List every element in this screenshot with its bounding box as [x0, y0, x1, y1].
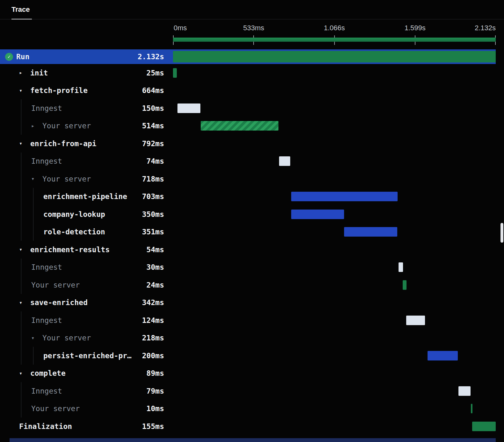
span-name: company-lookup — [43, 210, 105, 218]
span-name: init — [30, 69, 48, 77]
span-duration: 703ms — [142, 192, 164, 201]
span-bar[interactable] — [291, 192, 398, 201]
trace-row[interactable]: ▾ complete 89ms — [0, 365, 496, 382]
caret-icon[interactable]: ▾ — [19, 300, 30, 305]
trace-row[interactable]: Your server 24ms — [0, 276, 496, 294]
span-label-cell: ▾ enrichment-results 54ms — [0, 241, 173, 259]
tree-guide-line — [21, 223, 21, 241]
span-label-cell: Inngest 30ms — [0, 259, 173, 276]
trace-row[interactable]: ▾ enrichment-results 54ms — [0, 241, 496, 259]
span-bar[interactable] — [177, 103, 200, 113]
trace-row[interactable]: ▾ Your server 718ms — [0, 170, 496, 188]
span-name: Your server — [42, 175, 91, 183]
trace-row[interactable]: ▾ Your server 218ms — [0, 329, 496, 347]
caret-icon[interactable]: ▾ — [31, 335, 42, 341]
span-name: persist-enriched-pr… — [43, 352, 132, 360]
span-bar[interactable] — [201, 121, 278, 131]
trace-row[interactable]: Inngest 124ms — [0, 311, 496, 329]
span-bar[interactable] — [399, 262, 403, 272]
caret-icon[interactable]: ▸ — [19, 70, 30, 75]
span-duration: 792ms — [142, 139, 164, 148]
span-duration: 25ms — [147, 69, 164, 77]
trace-row[interactable]: Inngest 150ms — [0, 99, 496, 117]
span-label-cell: Inngest 150ms — [0, 99, 173, 117]
span-bar[interactable] — [403, 280, 406, 290]
trace-row[interactable]: Inngest 74ms — [0, 153, 496, 170]
span-duration: 74ms — [147, 157, 164, 165]
timeline-minimap-bar[interactable] — [173, 38, 496, 42]
span-bar[interactable] — [471, 404, 472, 413]
tick-label-1: 533ms — [243, 24, 264, 32]
span-duration: 351ms — [142, 228, 164, 236]
span-bar[interactable] — [173, 51, 496, 62]
span-label-cell: Inngest 74ms — [0, 153, 173, 170]
timeline-ruler[interactable] — [173, 35, 496, 46]
tree-guide-line — [33, 347, 33, 365]
span-name: Finalization — [19, 422, 72, 431]
tree-guide-line — [33, 223, 33, 241]
span-bar[interactable] — [406, 316, 425, 325]
caret-icon[interactable]: ▾ — [31, 176, 42, 182]
span-track — [173, 365, 496, 382]
trace-row[interactable]: Finalization 155ms — [0, 417, 496, 435]
span-label-cell: enrichment-pipeline 703ms — [0, 188, 173, 206]
caret-icon[interactable]: ▾ — [19, 141, 30, 146]
span-track — [173, 117, 496, 135]
span-bar[interactable] — [428, 351, 458, 360]
trace-row[interactable]: Inngest 79ms — [0, 382, 496, 400]
span-bar[interactable] — [173, 68, 177, 78]
trace-row[interactable]: Inngest 30ms — [0, 259, 496, 276]
span-label-cell: ▾ save-enriched 342ms — [0, 294, 173, 312]
span-duration: 200ms — [142, 352, 164, 360]
span-bar[interactable] — [344, 227, 397, 237]
scrollbar-thumb[interactable] — [500, 223, 503, 243]
span-name: role-detection — [43, 228, 105, 236]
span-bar[interactable] — [279, 156, 290, 166]
span-duration: 24ms — [147, 281, 164, 289]
span-duration: 2.132s — [138, 53, 164, 61]
trace-row[interactable]: ▾ fetch-profile 664ms — [0, 82, 496, 100]
tick-label-0: 0ms — [174, 24, 187, 32]
caret-icon[interactable]: ▸ — [31, 123, 42, 129]
tree-guide-line — [21, 276, 21, 294]
span-duration: 30ms — [147, 263, 164, 271]
tree-guide-line — [33, 188, 33, 206]
span-label-cell: ▸ Your server 514ms — [0, 117, 173, 135]
span-bar[interactable] — [291, 210, 344, 219]
span-name: Run — [16, 53, 30, 61]
span-track — [173, 382, 496, 400]
span-track — [173, 135, 496, 153]
span-name: Your server — [31, 281, 80, 289]
span-name: enrichment-results — [30, 246, 110, 254]
tab-trace[interactable]: Trace — [11, 0, 30, 19]
trace-row[interactable]: ▸ init 25ms — [0, 64, 496, 82]
span-name: complete — [30, 369, 66, 377]
caret-icon[interactable]: ▾ — [19, 371, 30, 376]
span-duration: 79ms — [147, 387, 164, 395]
span-track — [173, 64, 496, 82]
trace-row[interactable]: company-lookup 350ms — [0, 205, 496, 223]
status-success-icon: ✓ — [5, 53, 13, 61]
span-label-cell: Your server 24ms — [0, 276, 173, 294]
span-bar[interactable] — [458, 386, 471, 396]
caret-icon[interactable]: ▾ — [19, 247, 30, 252]
span-label-cell: ▾ fetch-profile 664ms — [0, 82, 173, 100]
trace-panel: Trace 0ms 533ms 1.066s 1.599s 2.132s ✓ R… — [0, 0, 504, 442]
trace-row[interactable]: role-detection 351ms — [0, 223, 496, 241]
span-label-cell: Inngest 79ms — [0, 382, 173, 400]
trace-row[interactable]: ▾ enrich-from-api 792ms — [0, 135, 496, 153]
trace-row[interactable]: enrichment-pipeline 703ms — [0, 188, 496, 206]
trace-row[interactable]: persist-enriched-pr… 200ms — [0, 347, 496, 365]
span-duration: 54ms — [147, 246, 164, 254]
trace-row[interactable]: ▾ save-enriched 342ms — [0, 294, 496, 312]
span-name: Your server — [31, 404, 80, 413]
caret-icon[interactable]: ▾ — [19, 88, 30, 93]
span-track — [173, 170, 496, 188]
tree-guide-line — [21, 259, 21, 276]
trace-row[interactable]: ✓ Run 2.132s — [0, 49, 496, 64]
tab-bar: Trace — [0, 0, 504, 19]
trace-row[interactable]: Your server 10ms — [0, 400, 496, 418]
span-bar[interactable] — [472, 422, 496, 431]
trace-row[interactable]: ▸ Your server 514ms — [0, 117, 496, 135]
tree-guide-line — [21, 329, 21, 347]
